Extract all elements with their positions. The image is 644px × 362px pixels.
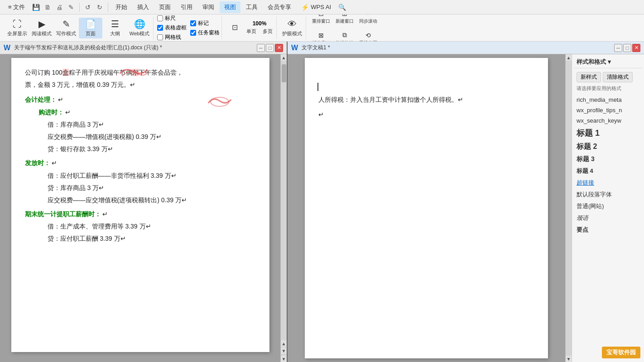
grid-checkbox[interactable]: 网格线 bbox=[157, 33, 187, 41]
write-label: 写作模式 bbox=[56, 30, 76, 37]
styles-panel-title[interactable]: 样式和格式 ▾ bbox=[574, 56, 642, 68]
menu-insert[interactable]: 插入 bbox=[133, 1, 154, 13]
right-maximize-btn[interactable]: □ bbox=[623, 44, 631, 52]
style-heading3[interactable]: 标题 3 bbox=[574, 153, 642, 165]
table-frame-input[interactable] bbox=[157, 25, 163, 31]
right-section: W 文字文稿1 * ─ □ ✕ 人所得税：并入当月工资中计算扣缴个人所得税。↵ bbox=[288, 42, 644, 362]
right-doc-page[interactable]: 人所得税：并入当月工资中计算扣缴个人所得税。↵ ↵ bbox=[305, 58, 548, 358]
menu-wps-ai[interactable]: ⚡ WPS AI bbox=[297, 2, 336, 13]
page-icon: 📄 bbox=[85, 19, 96, 29]
menu-page[interactable]: 页面 bbox=[154, 1, 175, 13]
menu-file[interactable]: ≡ 文件 bbox=[4, 1, 29, 13]
task-pane-checkbox[interactable]: 任务窗格 bbox=[190, 29, 220, 37]
new-style-btn[interactable]: 新样式 bbox=[577, 72, 601, 82]
zoom-controls: 100% 单页 多页 bbox=[245, 20, 274, 35]
menu-start[interactable]: 开始 bbox=[111, 1, 132, 13]
left-close-btn[interactable]: ✕ bbox=[275, 44, 283, 52]
left-scroll-up2[interactable]: ▲ bbox=[281, 340, 287, 347]
left-scroll-thumb[interactable] bbox=[282, 64, 286, 82]
left-maximize-btn[interactable]: □ bbox=[266, 44, 274, 52]
doc-heading-1: 会计处理： bbox=[25, 96, 57, 103]
task-pane-input[interactable] bbox=[190, 30, 196, 36]
left-scrollbar[interactable]: ▲ ▲ ▼ ▼ bbox=[280, 54, 287, 362]
style-citation[interactable]: 颈语 bbox=[574, 212, 642, 224]
menu-reference[interactable]: 引用 bbox=[176, 1, 197, 13]
web-icon: 🌐 bbox=[134, 19, 145, 29]
left-scroll-arrows2: ▲ ▼ bbox=[281, 340, 287, 354]
doc-para-10: 贷：应付职工薪酬 3.39 万↵ bbox=[48, 233, 256, 244]
left-minimize-btn[interactable]: ─ bbox=[257, 44, 265, 52]
doc-text-6: 借：应付职工薪酬——非货币性福利 3.39 万↵ bbox=[48, 172, 177, 179]
compare-btn[interactable]: ⧉ 并排比较 bbox=[333, 29, 356, 42]
menu-save-icon[interactable]: 💾 bbox=[30, 2, 41, 13]
tile-label: 重排窗口 bbox=[312, 18, 330, 24]
menu-template-icon[interactable]: 🗎 bbox=[42, 2, 53, 13]
menu-search-icon[interactable]: 🔍 bbox=[336, 2, 347, 13]
style-heading1[interactable]: 标题 1 bbox=[574, 126, 642, 140]
menu-undo-icon[interactable]: ↺ bbox=[82, 2, 93, 13]
ruler-checkbox[interactable]: 标尺 bbox=[157, 14, 187, 22]
ruler-input[interactable] bbox=[157, 15, 163, 21]
write-mode-btn[interactable]: ✎ 写作模式 bbox=[54, 18, 78, 38]
menu-edit-icon[interactable]: ✎ bbox=[66, 2, 77, 13]
style-default-body[interactable]: 默认段落字体 bbox=[574, 189, 642, 200]
left-scroll-down[interactable]: ▼ bbox=[281, 356, 287, 362]
left-win-buttons: ─ □ ✕ bbox=[257, 44, 283, 52]
style-rich-media[interactable]: rich_media_meta bbox=[574, 95, 642, 105]
view-mode-group: ⛶ 全屏显示 ▶ 阅读模式 ✎ 写作模式 📄 页面 ☰ 大纲 🌐 Web模式 bbox=[4, 17, 154, 39]
doc-text-7: 贷：库存商品 3 万↵ bbox=[48, 184, 105, 191]
toolbar: ⛶ 全屏显示 ▶ 阅读模式 ✎ 写作模式 📄 页面 ☰ 大纲 🌐 Web模式 标… bbox=[0, 14, 644, 42]
table-frame-label: 表格虚框 bbox=[165, 24, 187, 32]
read-mode-btn[interactable]: ▶ 阅读模式 bbox=[30, 18, 53, 38]
para-mark-3: ↵ bbox=[50, 159, 58, 167]
right-doc-text: 人所得税：并入当月工资中计算扣缴个人所得税。↵ bbox=[318, 96, 463, 103]
left-scroll-down2[interactable]: ▼ bbox=[281, 348, 287, 354]
multi-page-btn[interactable]: 多页 bbox=[261, 28, 274, 35]
menu-print-icon[interactable]: 🖨 bbox=[54, 2, 65, 13]
style-normal-web[interactable]: 普通(网站) bbox=[574, 200, 642, 212]
menu-review[interactable]: 审阅 bbox=[198, 1, 219, 13]
grid-input[interactable] bbox=[157, 34, 163, 40]
style-key-point[interactable]: 要点 bbox=[574, 224, 642, 236]
zoom-display-btn[interactable]: ⊡ bbox=[226, 18, 244, 38]
menu-vip[interactable]: 会员专享 bbox=[263, 1, 296, 13]
style-wx-profile[interactable]: wx_profile_tips_n bbox=[574, 105, 642, 115]
fullscreen-icon: ⛶ bbox=[13, 19, 22, 29]
page-mode-btn[interactable]: 📄 页面 bbox=[79, 18, 102, 38]
split-window-btn[interactable]: ⊠ 拆分窗口 bbox=[310, 29, 332, 42]
eye-protection-btn[interactable]: 👁 护眼模式 bbox=[280, 18, 304, 38]
zoom-percent[interactable]: 100% bbox=[253, 20, 267, 27]
reset-pos-btn[interactable]: ⟲ 重设位置 bbox=[357, 29, 380, 42]
right-minimize-btn[interactable]: ─ bbox=[614, 44, 622, 52]
menu-tools[interactable]: 工具 bbox=[241, 1, 262, 13]
outline-btn[interactable]: ☰ 大纲 bbox=[103, 18, 127, 38]
window-row1: ⊟ 重排窗口 ⊞ 新建窗口 ↔ 同步滚动 bbox=[310, 14, 380, 28]
single-page-btn[interactable]: 单页 bbox=[245, 28, 258, 35]
menu-view[interactable]: 视图 bbox=[220, 1, 240, 13]
clear-format-btn[interactable]: 清除格式 bbox=[603, 72, 633, 82]
right-scrollbar[interactable]: ▲ ▼ bbox=[565, 54, 572, 362]
left-scroll-up[interactable]: ▲ bbox=[281, 54, 287, 61]
mark-input[interactable] bbox=[190, 20, 196, 26]
sync-scroll-btn[interactable]: ↔ 同步滚动 bbox=[357, 14, 380, 28]
new-window-btn[interactable]: ⊞ 新建窗口 bbox=[333, 14, 356, 28]
fullscreen-btn[interactable]: ⛶ 全屏显示 bbox=[5, 18, 29, 38]
style-heading2[interactable]: 标题 2 bbox=[574, 140, 642, 153]
mark-checkbox[interactable]: 标记 bbox=[190, 19, 220, 27]
web-mode-btn[interactable]: 🌐 Web模式 bbox=[128, 18, 151, 38]
doc-para-heading1: 会计处理： ↵ bbox=[25, 94, 256, 105]
right-page-area: 人所得税：并入当月工资中计算扣缴个人所得税。↵ ↵ bbox=[288, 54, 565, 362]
style-hyperlink[interactable]: 超链接 bbox=[574, 177, 642, 189]
right-scroll-down[interactable]: ▼ bbox=[566, 356, 572, 362]
table-frame-checkbox[interactable]: 表格虚框 bbox=[157, 24, 187, 32]
split-icon: ⊠ bbox=[318, 32, 324, 39]
style-heading4[interactable]: 标题 4 bbox=[574, 165, 642, 177]
menu-redo-icon[interactable]: ↻ bbox=[94, 2, 105, 13]
doc-para-3: 借：库存商品 3 万↵ bbox=[48, 119, 256, 130]
style-wx-search[interactable]: wx_search_keyw bbox=[574, 115, 642, 126]
left-doc-page[interactable]: 公司订购 100盒粽子用于庆祝端午节偶尔下午茶会品尝， 票，金额 3 万元，增值… bbox=[11, 58, 269, 352]
right-close-btn[interactable]: ✕ bbox=[632, 44, 640, 52]
right-scroll-up[interactable]: ▲ bbox=[566, 54, 572, 61]
zoom-icon: ⊡ bbox=[232, 23, 238, 32]
tile-window-btn[interactable]: ⊟ 重排窗口 bbox=[310, 14, 332, 28]
